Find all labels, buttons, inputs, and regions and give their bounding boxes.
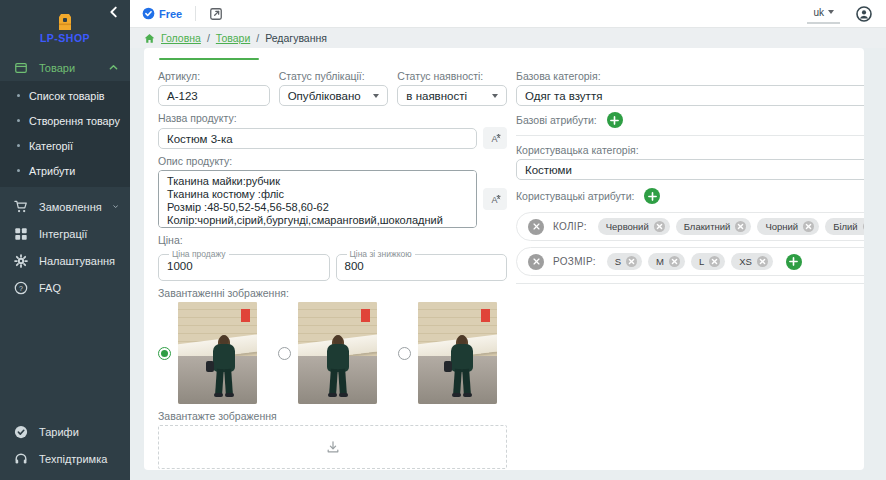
sale-price-label: Ціна продажу xyxy=(169,249,229,259)
discount-price-label: Ціна зі знижкою xyxy=(347,249,415,259)
remove-value-icon[interactable] xyxy=(803,221,814,232)
breadcrumb: Головна / Товари / Редагування xyxy=(130,28,886,48)
translate-icon[interactable]: A xyxy=(483,127,507,149)
divider xyxy=(195,6,196,21)
sidebar-item-label: FAQ xyxy=(39,282,118,294)
chip-label: S xyxy=(615,256,621,267)
status-fields-row: Артикул: A-123 Статус публікації: Опублі… xyxy=(158,70,507,106)
sidebar-item-label: Інтеграції xyxy=(39,228,118,240)
app-window: LP-SHOP Товари Список товарів Створення … xyxy=(0,0,886,480)
custom-attributes-row: Користувацькі атрибути: xyxy=(516,188,864,204)
plan-badge: Free xyxy=(142,7,182,20)
active-tab-indicator xyxy=(159,58,259,60)
external-link-icon[interactable] xyxy=(209,7,223,21)
publish-status-value: Опубліковано xyxy=(288,90,361,102)
custom-category-group: Користувацька категорія: Костюми xyxy=(516,144,864,180)
main-image-radio-1[interactable] xyxy=(158,347,171,360)
sidebar-item-integrations[interactable]: Інтеграції xyxy=(0,220,130,247)
product-name-input[interactable]: Костюм 3-ка xyxy=(158,128,477,149)
sidebar-item-support[interactable]: Техпідтримка xyxy=(0,445,130,472)
publish-status-select[interactable]: Опубліковано xyxy=(279,85,389,106)
red-tag xyxy=(481,309,490,322)
cart-icon xyxy=(14,200,28,214)
remove-value-icon[interactable] xyxy=(735,221,746,232)
sidebar-item-faq[interactable]: ? FAQ xyxy=(0,274,130,301)
attribute-chip: XS xyxy=(731,253,773,270)
uploaded-images-label: Завантаженні зображення: xyxy=(158,287,507,299)
language-selector[interactable]: uk xyxy=(807,4,840,24)
sidebar-item-categories[interactable]: Категорії xyxy=(0,133,130,158)
translate-icon[interactable]: A xyxy=(483,188,507,210)
breadcrumb-link-products[interactable]: Товари xyxy=(216,32,250,44)
remove-value-icon[interactable] xyxy=(757,256,768,267)
submenu-item-label: Атрибути xyxy=(29,165,75,177)
help-icon: ? xyxy=(14,281,28,295)
sidebar-item-label: Тарифи xyxy=(39,426,118,438)
discount-price-field[interactable]: Ціна зі знижкою 800 xyxy=(336,249,508,281)
sidebar-item-orders[interactable]: Замовлення xyxy=(0,193,130,220)
remove-value-icon[interactable] xyxy=(709,256,720,267)
description-textarea[interactable]: Тканина майки:рубчик Тканина костюму :фл… xyxy=(158,170,477,228)
sidebar-item-tariffs[interactable]: Тарифи xyxy=(0,418,130,445)
sidebar-item-label: Замовлення xyxy=(39,201,102,213)
logo-text: LP-SHOP xyxy=(40,32,90,44)
add-base-attribute-icon[interactable] xyxy=(607,112,623,128)
stock-status-value: в наявності xyxy=(406,90,467,102)
remove-value-icon[interactable] xyxy=(654,221,665,232)
form-right-column: Базова категорія: Одяг та взуття Базові … xyxy=(516,70,864,469)
image-dropzone[interactable] xyxy=(158,425,507,469)
bullet-icon xyxy=(17,144,20,147)
add-value-icon[interactable] xyxy=(786,254,802,270)
breadcrumb-link-home[interactable]: Головна xyxy=(161,32,201,44)
image-option-2 xyxy=(278,302,377,404)
sku-field-group: Артикул: A-123 xyxy=(158,70,270,106)
price-group: Ціна: Ціна продажу 1000 Ціна зі знижкою … xyxy=(158,234,507,281)
stock-status-group: Статус наявності: в наявності xyxy=(397,70,507,106)
chevron-down-icon xyxy=(373,94,379,98)
plan-badge-label: Free xyxy=(159,8,182,20)
download-icon xyxy=(326,440,340,454)
user-avatar-icon[interactable] xyxy=(856,6,872,22)
main-image-radio-3[interactable] xyxy=(398,347,411,360)
price-label: Ціна: xyxy=(158,234,507,246)
chevron-up-icon xyxy=(109,63,118,72)
custom-category-label: Користувацька категорія: xyxy=(516,144,864,156)
remove-attribute-icon[interactable] xyxy=(528,254,544,270)
remove-attribute-icon[interactable] xyxy=(528,219,544,235)
attribute-chip: Блакитний xyxy=(676,218,752,235)
breadcrumb-separator: / xyxy=(207,32,210,44)
sidebar-collapse-icon[interactable] xyxy=(107,5,121,19)
upload-label: Завантажте зображення xyxy=(158,410,507,422)
chevron-down-icon xyxy=(492,94,498,98)
attribute-chip: M xyxy=(648,253,685,270)
red-tag xyxy=(361,309,370,322)
sidebar-item-create-product[interactable]: Створення товару xyxy=(0,108,130,133)
attribute-name: РОЗМІР: xyxy=(553,256,596,267)
sidebar-item-label: Налаштування xyxy=(39,255,115,267)
base-category-input[interactable]: Одяг та взуття xyxy=(516,85,864,106)
product-photo-3 xyxy=(418,302,497,404)
stock-status-select[interactable]: в наявності xyxy=(397,85,507,106)
custom-category-value: Костюми xyxy=(525,164,572,176)
chip-label: M xyxy=(656,256,664,267)
product-photo-2 xyxy=(298,302,377,404)
sidebar-item-attributes[interactable]: Атрибути xyxy=(0,158,130,183)
main-area: Free uk Головна / Товари / Редагу xyxy=(130,0,886,480)
chip-label: Білий xyxy=(833,221,858,232)
submenu-item-label: Категорії xyxy=(29,140,73,152)
divider xyxy=(516,283,864,284)
main-image-radio-2[interactable] xyxy=(278,347,291,360)
shop-bag-icon xyxy=(55,13,75,31)
remove-value-icon[interactable] xyxy=(626,256,637,267)
remove-value-icon[interactable] xyxy=(863,221,864,232)
grid-icon xyxy=(14,227,28,241)
sidebar-item-product-list[interactable]: Список товарів xyxy=(0,83,130,108)
sidebar-item-settings[interactable]: Налаштування xyxy=(0,247,130,274)
sku-input[interactable]: A-123 xyxy=(158,85,270,106)
sidebar-item-products[interactable]: Товари xyxy=(0,54,130,81)
add-custom-attribute-icon[interactable] xyxy=(644,188,660,204)
remove-value-icon[interactable] xyxy=(669,256,680,267)
custom-category-select[interactable]: Костюми xyxy=(516,159,864,180)
sidebar-item-label: Товари xyxy=(39,62,98,74)
sale-price-field[interactable]: Ціна продажу 1000 xyxy=(158,249,330,281)
